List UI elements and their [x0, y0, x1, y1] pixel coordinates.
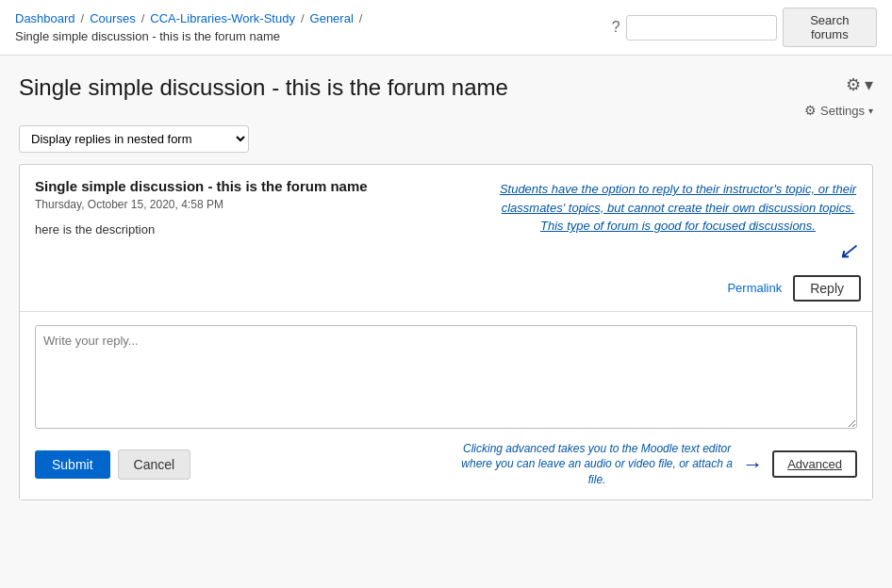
advanced-button[interactable]: Advanced	[772, 450, 857, 478]
discussion-title: Single simple discussion - this is the f…	[35, 178, 480, 194]
settings-chevron: ▾	[868, 106, 873, 116]
advanced-annotation: Clicking advanced takes you to the Moodl…	[461, 441, 857, 488]
breadcrumb-current: Single simple discussion - this is the f…	[15, 29, 280, 43]
arrow-right-icon: →	[742, 452, 763, 477]
discussion-description: here is the description	[35, 222, 480, 237]
discussion-card: Single simple discussion - this is the f…	[19, 164, 873, 500]
search-button[interactable]: Search forums	[783, 8, 877, 47]
tooltip-text: Students have the option to reply to the…	[500, 182, 856, 233]
arrow-annotation: ↙	[499, 239, 857, 262]
breadcrumb: Dashboard / Courses / CCA-Libraries-Work…	[15, 11, 612, 43]
display-select-row: Display replies in nested formDisplay re…	[19, 125, 873, 153]
reply-textarea[interactable]	[35, 325, 857, 429]
advanced-note-text: Clicking advanced takes you to the Moodl…	[461, 441, 733, 488]
gear-button[interactable]: ⚙ ▾	[846, 74, 873, 95]
breadcrumb-dashboard[interactable]: Dashboard	[15, 11, 75, 25]
discussion-date: Thursday, October 15, 2020, 4:58 PM	[35, 198, 480, 211]
page-title: Single simple discussion - this is the f…	[19, 74, 508, 101]
discussion-tooltip: Students have the option to reply to the…	[499, 178, 857, 262]
cancel-button[interactable]: Cancel	[118, 449, 191, 480]
gear-area: ⚙ ▾ ⚙ Settings ▾	[804, 74, 873, 118]
form-buttons: Submit Cancel	[35, 449, 190, 480]
page-header: Single simple discussion - this is the f…	[19, 74, 873, 118]
permalink-link[interactable]: Permalink	[727, 281, 782, 295]
action-row: Permalink Reply	[20, 270, 872, 311]
discussion-left: Single simple discussion - this is the f…	[35, 178, 480, 262]
breadcrumb-cca[interactable]: CCA-Libraries-Work-Study	[150, 11, 295, 25]
submit-button[interactable]: Submit	[35, 450, 110, 479]
search-area: ? Search forums	[612, 8, 877, 47]
arrow-down-icon: ↙	[838, 239, 857, 262]
settings-button[interactable]: ⚙ Settings ▾	[804, 103, 873, 118]
form-actions: Submit Cancel Clicking advanced takes yo…	[35, 441, 857, 488]
top-bar: Dashboard / Courses / CCA-Libraries-Work…	[0, 0, 892, 56]
reply-button[interactable]: Reply	[793, 275, 861, 302]
main-content: Single simple discussion - this is the f…	[0, 56, 892, 519]
gear-icon: ⚙	[846, 74, 861, 95]
breadcrumb-general[interactable]: General	[310, 11, 354, 25]
breadcrumb-courses[interactable]: Courses	[90, 11, 135, 25]
reply-form: Submit Cancel Clicking advanced takes yo…	[20, 311, 872, 499]
help-icon[interactable]: ?	[612, 19, 620, 36]
search-input[interactable]	[626, 15, 777, 41]
discussion-header: Single simple discussion - this is the f…	[20, 165, 872, 270]
settings-gear-icon: ⚙	[804, 103, 817, 118]
display-replies-select[interactable]: Display replies in nested formDisplay re…	[19, 125, 249, 153]
gear-chevron: ▾	[865, 74, 873, 95]
settings-label: Settings	[820, 104, 865, 118]
